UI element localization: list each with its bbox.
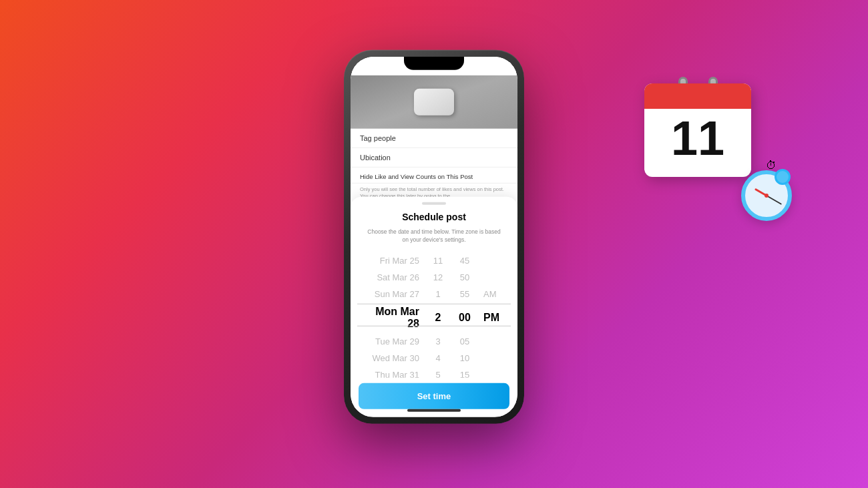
ubication-row[interactable]: Ubication	[351, 148, 517, 167]
date-time-picker[interactable]: Fri Mar 25 11 45 Sat Mar 26 12 50 Sun Ma…	[351, 252, 517, 378]
sheet-title: Schedule post	[402, 211, 466, 222]
hide-like-label: Hide Like and View Counts on This Post	[360, 172, 473, 180]
picker-row[interactable]: Sun Mar 27 1 55 AM	[351, 286, 517, 302]
picker-row[interactable]: Mon Mar 28 2 00 PM	[351, 302, 517, 333]
picker-row[interactable]: Wed Mar 30 4 10	[351, 350, 517, 367]
picker-min: 00	[457, 312, 473, 324]
clock-gear	[775, 169, 791, 185]
picker-min: 05	[457, 336, 473, 346]
phone-content-bg: Tag people Ubication Hide Like and View …	[351, 75, 517, 417]
picker-rows: Fri Mar 25 11 45 Sat Mar 26 12 50 Sun Ma…	[351, 252, 517, 378]
schedule-sheet: Schedule post Choose the date and time b…	[351, 196, 517, 417]
picker-date: Mon Mar 28	[366, 306, 419, 330]
picker-min: 10	[457, 353, 473, 363]
picker-hour: 11	[430, 256, 446, 266]
calendar-body: 11	[644, 83, 751, 177]
sheet-subtitle-text: Choose the date and time below. Time zon…	[367, 228, 500, 243]
picker-date: Wed Mar 30	[366, 353, 419, 363]
picker-hour: 3	[430, 336, 446, 346]
picker-date: Sun Mar 27	[366, 289, 419, 299]
picker-row[interactable]: Sat Mar 26 12 50	[351, 269, 517, 286]
ubication-label: Ubication	[360, 153, 391, 161]
notch	[404, 56, 464, 69]
picker-row[interactable]: Fri Mar 25 11 45	[351, 252, 517, 269]
picker-hour: 5	[430, 370, 446, 378]
phone-screen: Tag people Ubication Hide Like and View …	[351, 56, 517, 417]
set-time-button[interactable]: Set time	[359, 383, 509, 409]
phone-outer: Tag people Ubication Hide Like and View …	[344, 49, 524, 423]
picker-hour: 1	[430, 289, 446, 299]
calendar-header	[644, 83, 751, 109]
phone: Tag people Ubication Hide Like and View …	[344, 49, 524, 423]
picker-min: 15	[457, 370, 473, 378]
picker-date: Thu Mar 31	[366, 370, 419, 378]
notch-area	[351, 56, 517, 75]
post-thumbnail	[414, 88, 454, 115]
calendar-number: 11	[644, 109, 751, 162]
clock-face	[741, 170, 792, 221]
picker-date: Tue Mar 29	[366, 336, 419, 346]
clock-decoration: ⏱	[741, 170, 801, 230]
picker-hour: 4	[430, 353, 446, 363]
clock-center	[765, 194, 769, 198]
picker-min: 50	[457, 272, 473, 282]
picker-date: Fri Mar 25	[366, 256, 419, 266]
tag-people-label: Tag people	[360, 134, 396, 142]
picker-ampm: AM	[483, 289, 502, 299]
phone-inner: Tag people Ubication Hide Like and View …	[351, 56, 517, 417]
picker-min: 45	[457, 256, 473, 266]
post-image	[351, 75, 517, 128]
hide-like-row[interactable]: Hide Like and View Counts on This Post	[351, 167, 517, 183]
picker-row[interactable]: Tue Mar 29 3 05	[351, 333, 517, 350]
sheet-handle	[422, 202, 446, 204]
content-rows: Tag people Ubication Hide Like and View …	[351, 128, 517, 206]
picker-ampm: PM	[483, 312, 502, 324]
tag-people-row[interactable]: Tag people	[351, 128, 517, 148]
picker-date: Sat Mar 26	[366, 272, 419, 282]
clock-minute-hand	[767, 195, 783, 205]
picker-hour: 12	[430, 272, 446, 282]
sheet-subtitle: Choose the date and time below. Time zon…	[351, 227, 517, 244]
picker-min: 55	[457, 289, 473, 299]
picker-row[interactable]: Thu Mar 31 5 15	[351, 367, 517, 378]
clock-tick-icon: ⏱	[766, 160, 777, 172]
home-bar	[407, 409, 461, 411]
picker-hour: 2	[430, 312, 446, 324]
